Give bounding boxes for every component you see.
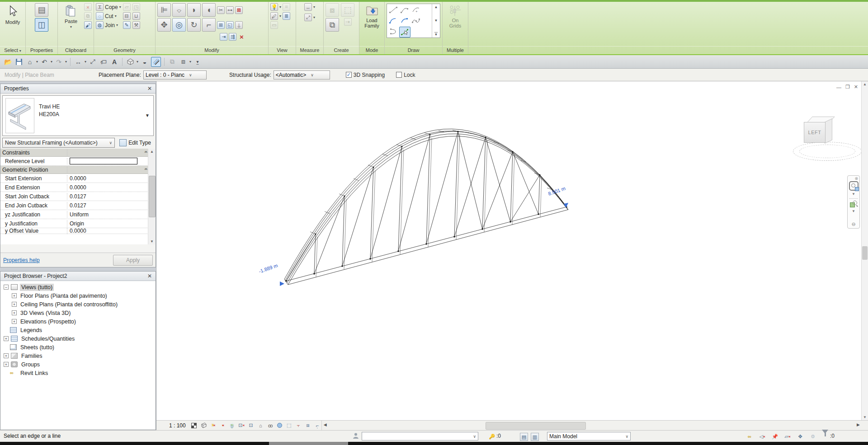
property-row[interactable]: Reference Level (0, 157, 156, 166)
rotate-icon[interactable]: ↻ (187, 18, 201, 32)
copy-to-clipboard-icon[interactable]: ⧉ (84, 12, 92, 20)
mirror-pick-axis-icon[interactable]: ◗ (187, 3, 201, 17)
copy-icon[interactable]: ◎ (172, 18, 186, 32)
vertical-scrollbar-thumb[interactable] (862, 246, 868, 260)
trim-single-icon[interactable]: ⇥ (220, 33, 227, 41)
close-inactive-windows-icon[interactable]: ⧉ (168, 57, 177, 66)
unlocked-view-icon[interactable]: ⌂ (257, 422, 264, 429)
tree-item-views[interactable]: −Views (tutto) (3, 283, 155, 291)
pick-lines-tool[interactable] (399, 27, 410, 37)
viewcube-side-face[interactable] (825, 118, 832, 144)
property-row[interactable]: End Join Cutback0.0127 (0, 201, 156, 210)
horizontal-scrollbar-thumb[interactable] (486, 422, 586, 430)
trim-extend-icon[interactable]: ⌐ (202, 18, 216, 32)
viewcube[interactable]: LEFT (793, 117, 868, 171)
panel-label-draw[interactable]: Draw (385, 46, 442, 54)
panel-label-view[interactable]: View (269, 46, 296, 54)
section-row[interactable]: Geometric Position^^ (0, 166, 156, 174)
move-icon[interactable]: ✥ (157, 18, 171, 32)
paste-dropdown[interactable]: ▾ (70, 25, 72, 29)
panel-label-select[interactable]: Select ▾ (0, 46, 25, 54)
create-group-icon[interactable]: ⧈ (326, 3, 339, 17)
undo-dropdown[interactable]: ▾ (51, 60, 52, 64)
delete-icon[interactable]: × (238, 33, 245, 41)
shadows-icon[interactable]: ◔× (219, 422, 226, 429)
view-scale-button[interactable]: 1 : 100 (169, 422, 186, 429)
redo-dropdown[interactable]: ▾ (65, 60, 67, 64)
apply-button[interactable]: Apply (113, 255, 153, 266)
draw-gallery-scroll[interactable]: ▲▼▼ (432, 4, 440, 37)
properties-help-link[interactable]: Properties help (3, 257, 40, 263)
section-row[interactable]: Constraints^^ (0, 149, 156, 157)
3d-snapping-checkbox[interactable]: ✓ 3D Snapping (346, 72, 385, 78)
panel-label-modify[interactable]: Modify (156, 46, 268, 54)
tag-by-category-icon[interactable]: 🏷 (99, 57, 108, 66)
3d-view-dropdown[interactable]: ▾ (137, 60, 138, 64)
drag-on-selection-icon[interactable]: ✥ (797, 433, 804, 440)
panel-label-clipboard[interactable]: Clipboard (58, 46, 94, 54)
wheel-dropdown-icon[interactable]: ▼ (852, 192, 855, 196)
scroll-down-icon[interactable]: ▼ (150, 239, 154, 244)
close-view-icon[interactable]: ✕ (854, 84, 858, 90)
analytical-model-icon[interactable]: ⫟ (295, 422, 302, 429)
tree-item-sheets[interactable]: Sheets (tutto) (3, 343, 155, 351)
sun-path-icon[interactable]: ☀× (209, 422, 217, 429)
zoom-tool-icon[interactable] (850, 201, 857, 208)
draw-line-tool[interactable] (388, 5, 398, 15)
reveal-constraints-icon[interactable]: ⌐̣ (314, 422, 321, 429)
select-by-face-icon[interactable]: ▱× (784, 433, 791, 440)
align-icon[interactable]: ⊫ (157, 3, 171, 17)
switch-windows-icon[interactable]: ⧈ (179, 57, 188, 66)
tree-item-floor-plans[interactable]: +Floor Plans (Pianta del pavimento) (3, 291, 155, 300)
placement-plane-select[interactable]: Level : 0 - Pianc∨ (143, 70, 207, 80)
property-row[interactable]: Start Join Cutback0.0127 (0, 192, 156, 201)
aligned-dimension-icon[interactable]: ⤢ (88, 57, 97, 66)
scroll-right-icon[interactable]: ▶ (857, 422, 860, 427)
scroll-down-icon[interactable]: ▼ (863, 415, 867, 419)
panel-label-multiple[interactable]: Multiple (443, 46, 468, 54)
minimize-icon[interactable]: — (836, 84, 841, 90)
sync-dropdown[interactable]: ▾ (36, 60, 38, 64)
dimension-icon[interactable]: ⤢ (304, 14, 312, 21)
editable-only-icon[interactable]: ▤ (520, 433, 528, 441)
section-icon[interactable]: ◒ (140, 57, 149, 66)
temporary-view-properties-icon[interactable]: ⬚ (285, 422, 293, 429)
selection-settings-icon[interactable]: ⚙ (809, 433, 816, 440)
tree-item-groups[interactable]: +Groups (3, 360, 155, 369)
type-properties-icon[interactable]: ▤ (35, 3, 48, 17)
restore-icon[interactable]: ❐ (845, 84, 850, 90)
demolish-icon[interactable]: ⚒ (132, 21, 140, 29)
on-grids-button[interactable]: OnGrids (444, 3, 466, 28)
panel-label-mode[interactable]: Mode (359, 46, 384, 54)
scroll-left-icon[interactable]: ◀ (324, 422, 327, 427)
select-links-icon[interactable]: ∞ (746, 433, 753, 440)
rendering-dialog-icon[interactable]: 🍵 (228, 422, 236, 429)
viewcube-front-face[interactable]: LEFT (804, 122, 826, 143)
edit-type-button[interactable]: Edit Type (117, 138, 154, 148)
horizontal-scrollbar[interactable]: ◀ ▶ (321, 421, 868, 430)
design-options-select[interactable]: Main Model∨ (547, 432, 631, 440)
tree-item-elevations[interactable]: +Elevations (Prospetto) (3, 317, 155, 326)
offset-icon[interactable]: ⌔ (172, 3, 186, 17)
beam-system-icon[interactable]: ⊟ (123, 12, 131, 20)
save-icon[interactable] (14, 57, 24, 66)
edit-profile-icon[interactable]: ✎ (123, 21, 131, 29)
scroll-up-icon[interactable]: ▲ (863, 82, 867, 86)
split-with-gap-icon[interactable]: ⊶ (226, 6, 234, 14)
measure-icon[interactable]: ↔ (304, 3, 312, 11)
reveal-hidden-elements-icon[interactable] (276, 422, 283, 429)
expand-icon[interactable]: + (4, 362, 9, 367)
unjoin-icon[interactable]: ⊔ (132, 12, 140, 20)
text-icon[interactable]: A (110, 57, 119, 66)
paste-button[interactable]: Paste ▾ (60, 3, 82, 29)
modify-button[interactable]: Modify (2, 3, 24, 25)
properties-title-bar[interactable]: Properties ✕ (0, 84, 156, 94)
measure-dropdown[interactable]: ▾ (85, 60, 86, 64)
filter-icon[interactable] (822, 434, 828, 440)
panel-label-geometry[interactable]: Geometry (94, 46, 155, 54)
scroll-up-icon[interactable]: ▲ (150, 150, 154, 154)
zoom-dropdown-icon[interactable]: ▼ (852, 209, 855, 213)
type-selector[interactable]: Travi HE HE200A ▼ (2, 95, 154, 136)
properties-palette-icon[interactable]: ◫ (35, 18, 48, 32)
close-navbar-icon[interactable]: ⊗ (854, 177, 858, 180)
